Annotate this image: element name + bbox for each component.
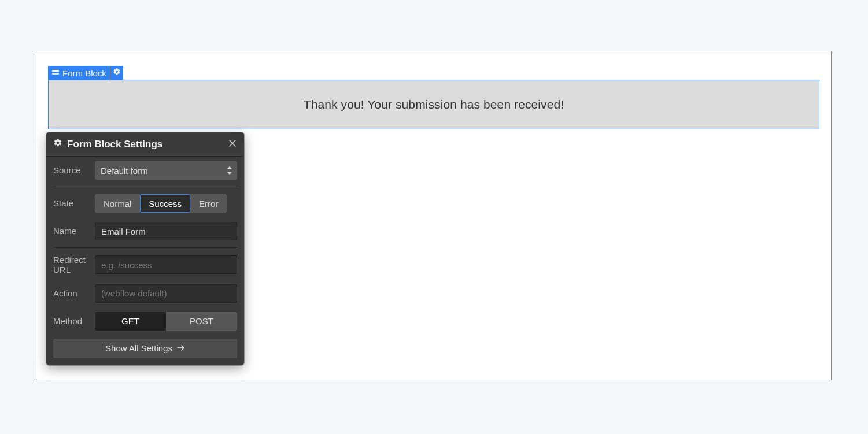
svg-rect-0 [52, 70, 59, 72]
gear-icon [53, 138, 62, 150]
label-source: Source [53, 165, 95, 176]
method-option-post[interactable]: POST [166, 312, 237, 331]
form-success-message-box[interactable]: Thank you! Your submission has been rece… [48, 80, 819, 129]
state-option-normal[interactable]: Normal [95, 194, 140, 213]
redirect-url-input[interactable] [95, 255, 237, 274]
close-icon [228, 139, 237, 150]
row-method: Method GET POST [46, 307, 244, 335]
element-settings-button[interactable] [110, 66, 123, 80]
method-option-get[interactable]: GET [95, 312, 166, 331]
chevron-up-down-icon [227, 166, 232, 175]
gear-icon [113, 68, 121, 78]
name-input[interactable] [95, 222, 237, 240]
label-redirect-url: Redirect URL [53, 255, 95, 275]
source-select-value: Default form [101, 166, 148, 176]
svg-rect-1 [52, 73, 59, 75]
label-state: State [53, 198, 95, 209]
panel-header: Form Block Settings [46, 132, 244, 157]
label-method: Method [53, 316, 95, 327]
row-action: Action [46, 280, 244, 307]
source-select[interactable]: Default form [95, 161, 237, 180]
divider [53, 247, 237, 248]
state-segmented-control: Normal Success Error [95, 194, 237, 213]
show-all-label: Show All Settings [105, 343, 172, 353]
action-input[interactable] [95, 284, 237, 303]
form-block-settings-panel: Form Block Settings Source Default form [46, 132, 244, 365]
show-all-settings-button[interactable]: Show All Settings [53, 339, 237, 358]
method-segmented-control: GET POST [95, 312, 237, 331]
label-action: Action [53, 288, 95, 299]
row-source: Source Default form [46, 157, 244, 184]
divider [53, 187, 237, 187]
form-success-text: Thank you! Your submission has been rece… [304, 98, 564, 112]
arrow-right-icon [177, 343, 185, 353]
panel-title: Form Block Settings [67, 139, 162, 150]
state-option-success[interactable]: Success [140, 194, 190, 213]
label-name: Name [53, 226, 95, 236]
row-name: Name [46, 217, 244, 245]
element-tag[interactable]: Form Block [48, 66, 110, 80]
element-selection-bar: Form Block [48, 66, 123, 80]
state-option-error[interactable]: Error [190, 194, 227, 213]
close-button[interactable] [228, 139, 237, 150]
row-state: State Normal Success Error [46, 190, 244, 217]
element-tag-label: Form Block [62, 68, 106, 78]
form-block-icon [51, 69, 60, 77]
row-redirect-url: Redirect URL [46, 250, 244, 280]
